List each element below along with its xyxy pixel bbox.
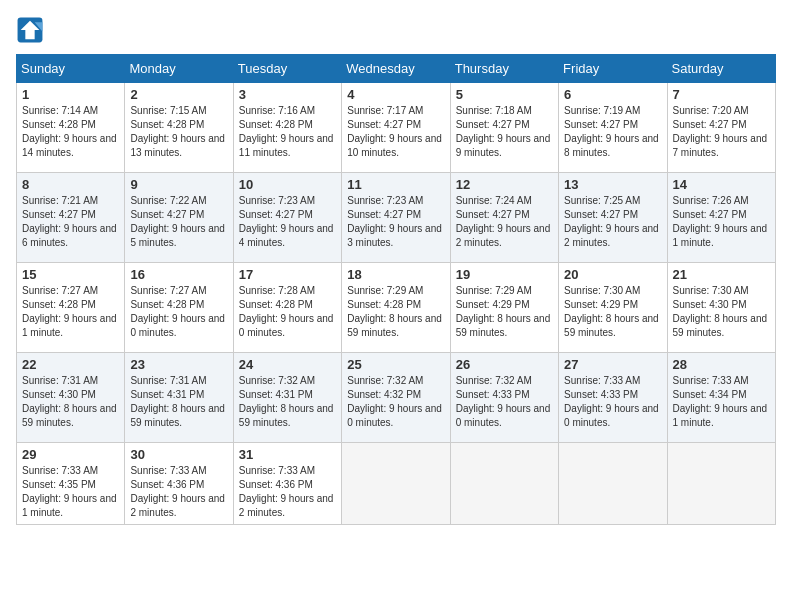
calendar-header: SundayMondayTuesdayWednesdayThursdayFrid… (17, 55, 776, 83)
day-number: 7 (673, 87, 770, 102)
day-number: 4 (347, 87, 444, 102)
calendar-cell: 19Sunrise: 7:29 AMSunset: 4:29 PMDayligh… (450, 263, 558, 353)
calendar-body: 1Sunrise: 7:14 AMSunset: 4:28 PMDaylight… (17, 83, 776, 525)
weekday-header: Sunday (17, 55, 125, 83)
weekday-header: Friday (559, 55, 667, 83)
day-info: Sunrise: 7:26 AMSunset: 4:27 PMDaylight:… (673, 194, 770, 250)
calendar-cell: 24Sunrise: 7:32 AMSunset: 4:31 PMDayligh… (233, 353, 341, 443)
calendar-cell: 23Sunrise: 7:31 AMSunset: 4:31 PMDayligh… (125, 353, 233, 443)
calendar-cell: 21Sunrise: 7:30 AMSunset: 4:30 PMDayligh… (667, 263, 775, 353)
day-info: Sunrise: 7:33 AMSunset: 4:33 PMDaylight:… (564, 374, 661, 430)
day-info: Sunrise: 7:33 AMSunset: 4:35 PMDaylight:… (22, 464, 119, 520)
calendar-week-row: 29Sunrise: 7:33 AMSunset: 4:35 PMDayligh… (17, 443, 776, 525)
day-number: 10 (239, 177, 336, 192)
day-info: Sunrise: 7:32 AMSunset: 4:31 PMDaylight:… (239, 374, 336, 430)
day-info: Sunrise: 7:31 AMSunset: 4:31 PMDaylight:… (130, 374, 227, 430)
logo (16, 16, 48, 44)
calendar-cell: 7Sunrise: 7:20 AMSunset: 4:27 PMDaylight… (667, 83, 775, 173)
day-number: 11 (347, 177, 444, 192)
day-number: 29 (22, 447, 119, 462)
day-number: 9 (130, 177, 227, 192)
calendar-cell: 12Sunrise: 7:24 AMSunset: 4:27 PMDayligh… (450, 173, 558, 263)
day-number: 18 (347, 267, 444, 282)
calendar-cell: 25Sunrise: 7:32 AMSunset: 4:32 PMDayligh… (342, 353, 450, 443)
weekday-row: SundayMondayTuesdayWednesdayThursdayFrid… (17, 55, 776, 83)
calendar-cell (450, 443, 558, 525)
weekday-header: Monday (125, 55, 233, 83)
calendar-cell: 20Sunrise: 7:30 AMSunset: 4:29 PMDayligh… (559, 263, 667, 353)
calendar-cell: 28Sunrise: 7:33 AMSunset: 4:34 PMDayligh… (667, 353, 775, 443)
day-info: Sunrise: 7:33 AMSunset: 4:34 PMDaylight:… (673, 374, 770, 430)
day-info: Sunrise: 7:28 AMSunset: 4:28 PMDaylight:… (239, 284, 336, 340)
day-number: 23 (130, 357, 227, 372)
day-info: Sunrise: 7:14 AMSunset: 4:28 PMDaylight:… (22, 104, 119, 160)
day-number: 28 (673, 357, 770, 372)
day-number: 19 (456, 267, 553, 282)
calendar-cell: 11Sunrise: 7:23 AMSunset: 4:27 PMDayligh… (342, 173, 450, 263)
calendar-cell (667, 443, 775, 525)
day-number: 27 (564, 357, 661, 372)
day-info: Sunrise: 7:33 AMSunset: 4:36 PMDaylight:… (239, 464, 336, 520)
calendar-cell: 26Sunrise: 7:32 AMSunset: 4:33 PMDayligh… (450, 353, 558, 443)
day-info: Sunrise: 7:16 AMSunset: 4:28 PMDaylight:… (239, 104, 336, 160)
calendar-cell: 4Sunrise: 7:17 AMSunset: 4:27 PMDaylight… (342, 83, 450, 173)
day-number: 6 (564, 87, 661, 102)
calendar-cell: 1Sunrise: 7:14 AMSunset: 4:28 PMDaylight… (17, 83, 125, 173)
day-number: 17 (239, 267, 336, 282)
day-info: Sunrise: 7:22 AMSunset: 4:27 PMDaylight:… (130, 194, 227, 250)
day-number: 12 (456, 177, 553, 192)
day-info: Sunrise: 7:19 AMSunset: 4:27 PMDaylight:… (564, 104, 661, 160)
day-info: Sunrise: 7:21 AMSunset: 4:27 PMDaylight:… (22, 194, 119, 250)
day-info: Sunrise: 7:24 AMSunset: 4:27 PMDaylight:… (456, 194, 553, 250)
calendar-table: SundayMondayTuesdayWednesdayThursdayFrid… (16, 54, 776, 525)
day-info: Sunrise: 7:23 AMSunset: 4:27 PMDaylight:… (239, 194, 336, 250)
day-number: 26 (456, 357, 553, 372)
day-number: 24 (239, 357, 336, 372)
day-number: 16 (130, 267, 227, 282)
day-number: 30 (130, 447, 227, 462)
calendar-week-row: 8Sunrise: 7:21 AMSunset: 4:27 PMDaylight… (17, 173, 776, 263)
weekday-header: Tuesday (233, 55, 341, 83)
day-info: Sunrise: 7:33 AMSunset: 4:36 PMDaylight:… (130, 464, 227, 520)
day-number: 22 (22, 357, 119, 372)
day-info: Sunrise: 7:29 AMSunset: 4:28 PMDaylight:… (347, 284, 444, 340)
day-number: 13 (564, 177, 661, 192)
day-number: 5 (456, 87, 553, 102)
day-info: Sunrise: 7:27 AMSunset: 4:28 PMDaylight:… (22, 284, 119, 340)
day-info: Sunrise: 7:20 AMSunset: 4:27 PMDaylight:… (673, 104, 770, 160)
calendar-cell: 8Sunrise: 7:21 AMSunset: 4:27 PMDaylight… (17, 173, 125, 263)
day-info: Sunrise: 7:17 AMSunset: 4:27 PMDaylight:… (347, 104, 444, 160)
day-number: 21 (673, 267, 770, 282)
calendar-cell (342, 443, 450, 525)
day-info: Sunrise: 7:29 AMSunset: 4:29 PMDaylight:… (456, 284, 553, 340)
calendar-cell: 2Sunrise: 7:15 AMSunset: 4:28 PMDaylight… (125, 83, 233, 173)
day-info: Sunrise: 7:27 AMSunset: 4:28 PMDaylight:… (130, 284, 227, 340)
calendar-cell: 5Sunrise: 7:18 AMSunset: 4:27 PMDaylight… (450, 83, 558, 173)
calendar-week-row: 22Sunrise: 7:31 AMSunset: 4:30 PMDayligh… (17, 353, 776, 443)
day-info: Sunrise: 7:31 AMSunset: 4:30 PMDaylight:… (22, 374, 119, 430)
weekday-header: Thursday (450, 55, 558, 83)
day-info: Sunrise: 7:30 AMSunset: 4:29 PMDaylight:… (564, 284, 661, 340)
calendar-cell: 6Sunrise: 7:19 AMSunset: 4:27 PMDaylight… (559, 83, 667, 173)
calendar-cell: 13Sunrise: 7:25 AMSunset: 4:27 PMDayligh… (559, 173, 667, 263)
day-number: 25 (347, 357, 444, 372)
calendar-cell (559, 443, 667, 525)
day-info: Sunrise: 7:15 AMSunset: 4:28 PMDaylight:… (130, 104, 227, 160)
day-info: Sunrise: 7:30 AMSunset: 4:30 PMDaylight:… (673, 284, 770, 340)
calendar-cell: 3Sunrise: 7:16 AMSunset: 4:28 PMDaylight… (233, 83, 341, 173)
day-number: 31 (239, 447, 336, 462)
calendar-week-row: 15Sunrise: 7:27 AMSunset: 4:28 PMDayligh… (17, 263, 776, 353)
day-info: Sunrise: 7:18 AMSunset: 4:27 PMDaylight:… (456, 104, 553, 160)
day-number: 2 (130, 87, 227, 102)
day-info: Sunrise: 7:32 AMSunset: 4:33 PMDaylight:… (456, 374, 553, 430)
calendar-cell: 17Sunrise: 7:28 AMSunset: 4:28 PMDayligh… (233, 263, 341, 353)
calendar-cell: 27Sunrise: 7:33 AMSunset: 4:33 PMDayligh… (559, 353, 667, 443)
logo-icon (16, 16, 44, 44)
day-number: 3 (239, 87, 336, 102)
calendar-cell: 15Sunrise: 7:27 AMSunset: 4:28 PMDayligh… (17, 263, 125, 353)
day-info: Sunrise: 7:23 AMSunset: 4:27 PMDaylight:… (347, 194, 444, 250)
calendar-cell: 16Sunrise: 7:27 AMSunset: 4:28 PMDayligh… (125, 263, 233, 353)
day-number: 8 (22, 177, 119, 192)
calendar-cell: 29Sunrise: 7:33 AMSunset: 4:35 PMDayligh… (17, 443, 125, 525)
calendar-cell: 30Sunrise: 7:33 AMSunset: 4:36 PMDayligh… (125, 443, 233, 525)
